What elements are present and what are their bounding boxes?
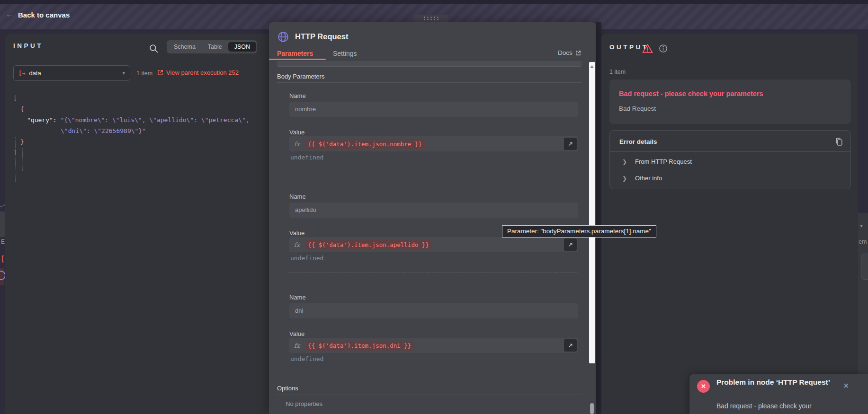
expand-expression-button[interactable]: [564, 238, 577, 251]
ndv-drag-handle[interactable]: [413, 15, 448, 22]
value-label: Value: [289, 229, 304, 237]
scrollbar-thumb[interactable]: [590, 403, 594, 414]
toast-title: Problem in node ‘HTTP Request’: [716, 377, 840, 388]
json-line: [: [13, 93, 17, 104]
detail-row-label: From HTTP Request: [635, 158, 692, 165]
parameter-name-input[interactable]: apellido: [289, 203, 578, 218]
json-line: {: [20, 104, 24, 115]
options-empty-text: No properties: [286, 400, 322, 407]
options-section-label: Options: [277, 385, 298, 392]
card-divider: [610, 151, 850, 152]
toast-body: Bad request - please check your: [716, 402, 812, 410]
json-line: }: [20, 136, 24, 147]
expand-expression-button[interactable]: [564, 138, 577, 150]
error-details-card: Error details ❯ From HTTP Request ❯ Othe…: [609, 130, 851, 189]
error-toast: ✕ Problem in node ‘HTTP Request’ ✕ Bad r…: [689, 374, 868, 414]
json-line: "query": "{\"nombre\": \"luis\", \"apell…: [27, 115, 250, 125]
item-count-fragment: em: [859, 238, 867, 245]
value-label: Value: [289, 330, 304, 337]
ndv-resize-scrollbar[interactable]: [589, 62, 595, 363]
parameter-separator: [289, 273, 578, 273]
tab-table[interactable]: Table: [202, 42, 228, 52]
parameter-name-input[interactable]: dni: [289, 303, 578, 318]
json-line: ]: [13, 147, 17, 158]
chevron-down-icon[interactable]: ▾: [860, 222, 863, 229]
tab-json[interactable]: JSON: [228, 42, 256, 52]
body-parameter-group: Name nombre Value fx {{ $('data').item.j…: [289, 92, 578, 168]
docs-label: Docs: [558, 49, 573, 56]
parameter-name-input[interactable]: nombre: [289, 102, 578, 117]
section-divider: [277, 395, 582, 395]
globe-icon: [277, 31, 289, 43]
error-circle-icon: ✕: [697, 380, 710, 393]
error-message-card: Bad request - please check your paramete…: [609, 79, 851, 124]
parameter-separator: [289, 172, 578, 172]
active-tab-underline: [269, 59, 326, 60]
scrolled-field-fragment: [277, 61, 582, 67]
error-title: Bad request - please check your paramete…: [619, 90, 763, 97]
parameter-tooltip: Parameter: "bodyParameters.parameters[1]…: [502, 225, 656, 238]
close-icon[interactable]: ✕: [843, 381, 849, 390]
node-output-icon: [→: [18, 70, 25, 77]
http-request-node-modal: HTTP Request Parameters Settings Docs Bo…: [269, 22, 596, 414]
input-source-value: data: [29, 70, 122, 77]
name-label: Name: [289, 193, 306, 200]
expand-expression-button[interactable]: [564, 339, 577, 352]
error-detail-row-other-info[interactable]: ❯ Other info: [622, 175, 662, 182]
back-label: Back to canvas: [18, 11, 70, 19]
fx-icon: fx: [294, 241, 300, 248]
body-parameters-section-label: Body Parameters: [277, 73, 324, 80]
expression-result: undefined: [290, 255, 323, 262]
section-divider: [277, 82, 582, 83]
error-subtitle: Bad Request: [619, 105, 656, 112]
input-source-select[interactable]: [→ data ▾: [13, 65, 130, 81]
input-display-mode-tabs: Schema Table JSON: [167, 40, 257, 53]
input-panel-title: INPUT: [13, 42, 43, 49]
json-line: \"dni\": \"22656989\"}": [61, 125, 146, 136]
back-to-canvas-button[interactable]: ← Back to canvas: [6, 9, 70, 21]
expression-text: {{ $('data').item.json.apellido }}: [305, 240, 432, 250]
parameter-value-expression-input[interactable]: fx {{ $('data').item.json.apellido }}: [289, 237, 578, 252]
output-panel: OUTPUT 1 item Bad request - please check…: [601, 34, 858, 414]
fx-icon: fx: [294, 141, 300, 148]
chevron-right-icon: ❯: [622, 175, 627, 182]
expression-result: undefined: [290, 154, 323, 161]
tab-settings[interactable]: Settings: [333, 50, 357, 57]
fx-icon: fx: [294, 342, 300, 349]
window-top-strip: [0, 0, 868, 4]
expression-text: {{ $('data').item.json.nombre }}: [305, 139, 425, 149]
warning-triangle-icon: [642, 44, 653, 53]
parameter-value-expression-input[interactable]: fx {{ $('data').item.json.dni }}: [289, 338, 578, 353]
chevron-down-icon: ▾: [122, 70, 125, 76]
input-item-count: 1 item: [136, 70, 152, 77]
input-panel: INPUT Schema Table JSON [→ data ▾ 1 item…: [5, 34, 269, 414]
body-parameter-group: Name dni Value fx {{ $('data').item.json…: [289, 294, 578, 370]
info-circle-icon[interactable]: [659, 44, 668, 53]
docs-link[interactable]: Docs: [558, 49, 581, 56]
output-bracket-icon: [: [0, 255, 5, 263]
error-details-title: Error details: [619, 138, 657, 145]
view-parent-execution-label: View parent execution 252: [166, 69, 239, 76]
detail-row-label: Other info: [635, 175, 662, 182]
tab-parameters[interactable]: Parameters: [277, 50, 313, 57]
back-arrow-icon: ←: [6, 10, 14, 19]
expression-result: undefined: [290, 355, 323, 362]
scroll-up-triangle-icon: [590, 65, 594, 68]
node-title: HTTP Request: [295, 32, 348, 41]
panel-gap: [596, 22, 601, 414]
search-icon[interactable]: [149, 44, 159, 53]
json-indent-guide: [22, 148, 23, 171]
external-link-icon: [157, 70, 163, 76]
view-parent-execution-link[interactable]: View parent execution 252: [157, 69, 239, 76]
json-indent-guide: [15, 137, 16, 182]
parameter-value-expression-input[interactable]: fx {{ $('data').item.json.nombre }}: [289, 136, 578, 151]
output-item-count: 1 item: [609, 69, 626, 75]
tab-schema[interactable]: Schema: [168, 42, 202, 52]
copy-icon[interactable]: [834, 137, 843, 146]
error-detail-row-from-http-request[interactable]: ❯ From HTTP Request: [622, 158, 692, 165]
card-fragment: [861, 254, 868, 280]
drag-dots-icon: [423, 16, 439, 21]
canvas-node-label-fragment: E: [1, 238, 5, 245]
name-label: Name: [289, 92, 306, 99]
chevron-right-icon: ❯: [622, 159, 627, 165]
